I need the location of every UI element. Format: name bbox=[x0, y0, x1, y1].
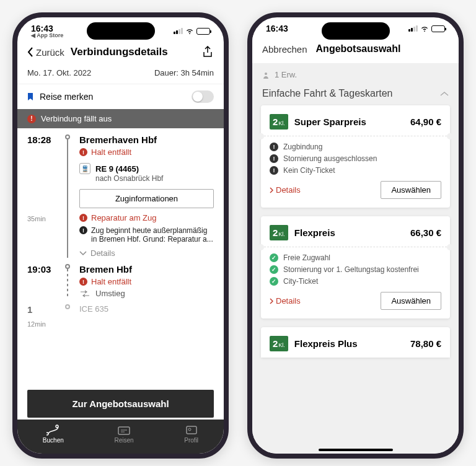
cta-button[interactable]: Zur Angebotsauswahl bbox=[27, 390, 214, 418]
transfer-icon bbox=[79, 290, 90, 297]
notch bbox=[322, 22, 390, 40]
repair-warning: !Reparatur am Zug bbox=[79, 213, 214, 222]
svg-rect-0 bbox=[118, 427, 130, 434]
route-icon bbox=[46, 424, 60, 436]
halt-cancelled-warning: !Halt entfällt bbox=[79, 277, 214, 286]
notch bbox=[87, 22, 155, 40]
chevron-up-icon bbox=[440, 91, 449, 96]
tab-profil[interactable]: Profil bbox=[184, 424, 198, 444]
warning-icon: ! bbox=[79, 148, 87, 156]
svg-rect-1 bbox=[187, 426, 196, 434]
bullet: ✓Freie Zugwahl bbox=[270, 253, 441, 262]
stop-peek: 1 ICE 635 bbox=[17, 298, 224, 315]
sheet-title: Angebotsauswahl bbox=[316, 43, 401, 55]
section-header[interactable]: Einfache Fahrt & Tageskarten bbox=[252, 86, 459, 105]
svg-point-3 bbox=[265, 73, 267, 75]
trip-date: Mo. 17. Okt. 2022 bbox=[27, 68, 91, 77]
info-icon: ! bbox=[270, 154, 278, 163]
signal-icon bbox=[174, 28, 183, 34]
stop-time: 19:03 bbox=[27, 264, 56, 298]
chevron-right-icon bbox=[270, 298, 273, 304]
check-icon: ✓ bbox=[270, 265, 278, 274]
stop-time: 1 bbox=[27, 304, 56, 315]
check-icon: ✓ bbox=[270, 253, 278, 262]
details-toggle[interactable]: Details bbox=[79, 248, 214, 258]
fare-card-flexpreis-plus: 2Kl. Flexpreis Plus 78,80 € bbox=[261, 327, 450, 358]
tab-reisen[interactable]: Reisen bbox=[114, 424, 133, 444]
back-button[interactable]: Zurück bbox=[27, 47, 64, 58]
train-id: RE 9 (4465) bbox=[95, 164, 139, 174]
fare-price: 78,80 € bbox=[410, 338, 441, 349]
share-icon[interactable] bbox=[201, 46, 214, 58]
cancel-button[interactable]: Abbrechen bbox=[262, 44, 307, 55]
station-name: Bremen Hbf bbox=[79, 264, 214, 275]
transfer-row: Umstieg bbox=[79, 289, 214, 298]
date-row: Mo. 17. Okt. 2022 Dauer: 3h 54min bbox=[17, 64, 224, 84]
bookmark-label: Reise merken bbox=[40, 92, 185, 102]
signal-icon bbox=[408, 25, 418, 32]
leg-duration-1: 35min bbox=[27, 215, 46, 222]
tabbar: Buchen Reisen Profil bbox=[17, 420, 224, 454]
fare-card-flexpreis: 2Kl. Flexpreis 66,30 € ✓Freie Zugwahl ✓S… bbox=[261, 216, 450, 319]
class-badge: 2Kl. bbox=[270, 114, 288, 130]
phone-right: 16:43 Abbrechen Angebotsauswahl 1 Erw. E… bbox=[247, 12, 464, 459]
home-indicator[interactable] bbox=[319, 449, 393, 451]
class-badge: 2Kl. bbox=[270, 225, 288, 240]
status-back-app[interactable]: ◀ App Store bbox=[31, 32, 63, 38]
ticket-icon bbox=[117, 424, 131, 436]
fare-price: 66,30 € bbox=[410, 227, 441, 238]
timeline-dot-icon bbox=[65, 264, 70, 269]
train-info-button[interactable]: Zuginformationen bbox=[79, 189, 214, 208]
bullet: !Zugbindung bbox=[270, 143, 441, 151]
page-title: Verbindungsdetails bbox=[71, 46, 195, 58]
alert-bar: ! Verbindung fällt aus bbox=[17, 109, 224, 128]
check-icon: ✓ bbox=[270, 277, 278, 286]
phone-left: 16:43 ◀ App Store Zurück Verbindungsdeta… bbox=[12, 12, 229, 459]
info-icon: ! bbox=[270, 166, 278, 175]
fare-price: 64,90 € bbox=[410, 116, 441, 127]
details-link[interactable]: Details bbox=[270, 296, 301, 306]
bookmark-toggle[interactable] bbox=[192, 90, 214, 103]
battery-icon bbox=[196, 28, 210, 35]
wifi-icon bbox=[185, 28, 194, 34]
person-icon bbox=[262, 71, 270, 79]
bullet: !Kein City-Ticket bbox=[270, 166, 441, 175]
info-icon: ! bbox=[79, 226, 87, 234]
select-button[interactable]: Auswählen bbox=[381, 292, 441, 310]
svg-point-2 bbox=[188, 428, 191, 431]
wifi-icon bbox=[420, 25, 429, 32]
bullet: ✓Stornierung vor 1. Geltungstag kostenfr… bbox=[270, 265, 441, 274]
stop-2: 19:03 Bremen Hbf !Halt entfällt Umstieg bbox=[17, 258, 224, 298]
chevron-right-icon bbox=[270, 187, 273, 193]
bullet: ✓City-Ticket bbox=[270, 277, 441, 286]
fare-name: Super Sparpreis bbox=[294, 116, 404, 127]
halt-cancelled-warning: !Halt entfällt bbox=[79, 147, 214, 157]
train-note: !Zug beginnt heute außerplanmäßig in Bre… bbox=[79, 226, 214, 244]
timeline-dot-icon bbox=[65, 304, 70, 309]
select-button[interactable]: Auswählen bbox=[381, 181, 441, 199]
fare-name: Flexpreis bbox=[294, 227, 404, 238]
back-label: Zurück bbox=[36, 47, 64, 58]
passenger-row[interactable]: 1 Erw. bbox=[252, 64, 459, 86]
fare-card-super-sparpreis: 2Kl. Super Sparpreis 64,90 € !Zugbindung… bbox=[261, 105, 450, 208]
leg-duration-2: 12min bbox=[27, 320, 46, 328]
nav-header: Zurück Verbindungsdetails bbox=[17, 40, 224, 64]
info-icon: ! bbox=[270, 143, 278, 151]
bookmark-icon bbox=[27, 92, 33, 101]
warning-icon: ! bbox=[79, 278, 87, 286]
station-name: Bremerhaven Hbf bbox=[79, 134, 214, 145]
status-time: 16:43 bbox=[266, 24, 288, 33]
profile-icon bbox=[185, 424, 198, 436]
chevron-left-icon bbox=[27, 47, 33, 57]
chevron-down-icon bbox=[79, 251, 87, 256]
warning-icon: ! bbox=[79, 214, 87, 222]
class-badge: 2Kl. bbox=[270, 336, 288, 351]
details-link[interactable]: Details bbox=[270, 185, 301, 195]
timeline-dot-icon bbox=[65, 134, 70, 139]
bookmark-row: Reise merken bbox=[17, 84, 224, 109]
stop-time: 18:28 bbox=[27, 134, 56, 258]
stop-1: 18:28 Bremerhaven Hbf !Halt entfällt 🚆 R… bbox=[17, 128, 224, 258]
tab-buchen[interactable]: Buchen bbox=[43, 424, 64, 444]
status-icons bbox=[174, 28, 210, 35]
peek-train: ICE 635 bbox=[79, 304, 214, 314]
